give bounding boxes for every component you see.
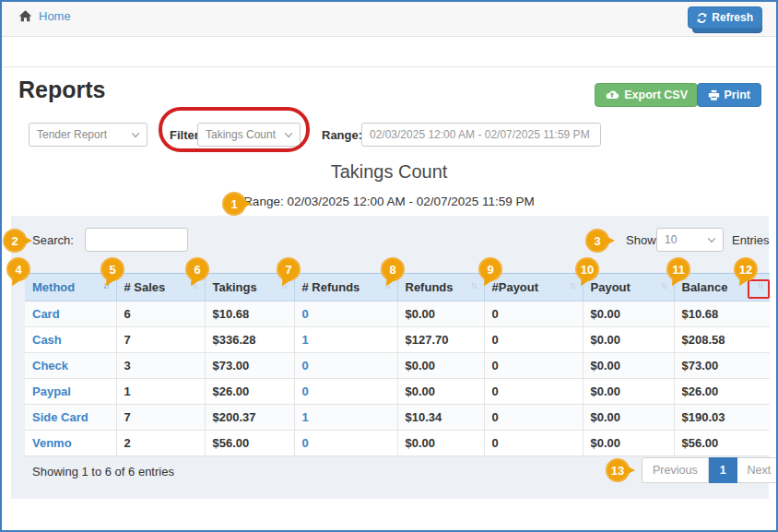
cell: $0.00 (397, 379, 484, 405)
cell: $208.58 (674, 327, 770, 353)
table-row: Check 3 $73.00 0 $0.00 0 $0.00 $73.00 (25, 353, 770, 379)
cell: $0.00 (583, 379, 674, 405)
cell: $73.00 (674, 353, 770, 379)
callout-8: 8 (381, 257, 405, 281)
callout-1: 1 (222, 192, 246, 216)
callout-4: 4 (6, 257, 30, 281)
column-header-balance[interactable]: Balance↑↓ (674, 274, 770, 301)
callout-13: 13 (606, 458, 630, 482)
cell: $10.68 (205, 301, 294, 327)
column-header-method[interactable]: Method↓↑ (25, 274, 116, 301)
page-1-button[interactable]: 1 (709, 457, 737, 483)
cell: 0 (484, 405, 583, 431)
range-label: Range: (322, 128, 362, 142)
table-row: Side Card 7 $200.37 1 $10.34 0 $0.00 $19… (25, 405, 770, 431)
chevron-down-icon (285, 130, 292, 137)
chevron-down-icon (708, 235, 715, 242)
refund-count-link[interactable]: 1 (294, 327, 397, 353)
breadcrumb-bar (2, 37, 776, 67)
breadcrumb-home-label: Home (39, 9, 71, 23)
cell: 0 (484, 379, 583, 405)
report-type-select[interactable]: Tender Report (29, 123, 147, 147)
cell: 1 (116, 379, 205, 405)
page-size-select[interactable]: 10 (656, 228, 724, 252)
report-title: Takings Count (2, 161, 776, 183)
export-csv-button[interactable]: Export CSV (595, 83, 698, 107)
report-range-text: Range: 02/03/2025 12:00 AM - 02/07/2025 … (2, 195, 776, 208)
refund-count-link[interactable]: 0 (294, 353, 397, 379)
sort-icon[interactable]: ↑↓ (757, 280, 764, 290)
cell: $0.00 (583, 431, 674, 456)
cell: $0.00 (583, 327, 674, 353)
table-row: Venmo 2 $56.00 0 $0.00 0 $0.00 $56.00 (25, 431, 770, 456)
cell: $0.00 (397, 353, 484, 379)
range-input[interactable] (361, 123, 601, 147)
callout-12: 12 (734, 257, 758, 281)
callout-2: 2 (3, 229, 27, 253)
cell: $10.68 (674, 301, 770, 327)
cell: $56.00 (205, 431, 294, 456)
breadcrumb-home-link[interactable]: Home (18, 9, 71, 23)
method-link[interactable]: Venmo (25, 431, 116, 456)
method-link[interactable]: Card (25, 301, 116, 327)
cell: 3 (116, 353, 205, 379)
entries-summary: Showing 1 to 6 of 6 entries (32, 465, 174, 479)
refresh-button[interactable]: Refresh (688, 6, 762, 29)
filter-select[interactable]: Takings Count (197, 123, 301, 147)
cell: 7 (116, 327, 205, 353)
top-bar (2, 2, 776, 37)
refund-count-link[interactable]: 0 (294, 301, 397, 327)
callout-3: 3 (585, 229, 609, 253)
cell: $0.00 (583, 301, 674, 327)
callout-10: 10 (575, 257, 599, 281)
home-icon (18, 9, 32, 23)
cell: $190.03 (674, 405, 770, 431)
next-page-button[interactable]: Next (737, 457, 778, 483)
tender-report-table: Method↓↑ # Sales↑↓ Takings↑↓ # Refunds↑↓… (25, 273, 770, 456)
method-link[interactable]: Check (25, 353, 116, 379)
column-header-refunds[interactable]: Refunds↑↓ (397, 274, 484, 301)
refund-count-link[interactable]: 1 (294, 405, 397, 431)
cell: $73.00 (205, 353, 294, 379)
callout-9: 9 (478, 257, 502, 281)
cell: 7 (116, 405, 205, 431)
cell: 2 (116, 431, 205, 456)
cell: $0.00 (397, 301, 484, 327)
search-input[interactable] (85, 228, 188, 252)
show-label: Show (626, 233, 656, 247)
refund-count-link[interactable]: 0 (294, 379, 397, 405)
cell: 0 (484, 353, 583, 379)
cell: $336.28 (205, 327, 294, 353)
method-link[interactable]: Cash (25, 327, 116, 353)
callout-11: 11 (666, 257, 690, 281)
page-title: Reports (18, 77, 105, 103)
sort-icon[interactable]: ↑↓ (471, 280, 478, 290)
table-row: Cash 7 $336.28 1 $127.70 0 $0.00 $208.58 (25, 327, 770, 353)
method-link[interactable]: Side Card (25, 405, 116, 431)
print-button[interactable]: Print (697, 83, 761, 107)
entries-label: Entries (732, 233, 769, 247)
callout-6: 6 (185, 257, 209, 281)
callout-5: 5 (100, 257, 124, 281)
refund-count-link[interactable]: 0 (294, 431, 397, 456)
filter-label: Filter (170, 128, 199, 142)
previous-page-button[interactable]: Previous (642, 457, 709, 483)
cell: $0.00 (583, 405, 674, 431)
method-link[interactable]: Paypal (25, 379, 116, 405)
cloud-upload-icon (605, 89, 619, 100)
report-page: Logout Home Refresh Reports Export CSV P… (0, 0, 778, 532)
cell: 0 (484, 431, 583, 456)
cell: $10.34 (397, 405, 484, 431)
column-header-payout[interactable]: Payout↑↓ (583, 274, 674, 301)
table-row: Card 6 $10.68 0 $0.00 0 $0.00 $10.68 (25, 301, 770, 327)
cell: $200.37 (205, 405, 294, 431)
pagination: Previous 1 Next (642, 457, 778, 483)
cell: $56.00 (674, 431, 770, 456)
cell: 0 (484, 327, 583, 353)
refresh-icon (697, 13, 707, 23)
printer-icon (708, 89, 720, 101)
cell: $127.70 (397, 327, 484, 353)
cell: $26.00 (205, 379, 294, 405)
cell: 0 (484, 301, 583, 327)
column-header-num-refunds[interactable]: # Refunds↑↓ (294, 274, 397, 301)
